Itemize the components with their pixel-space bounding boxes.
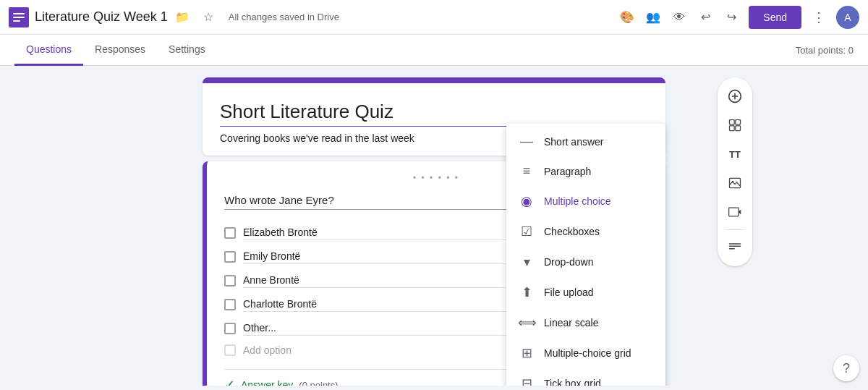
send-button[interactable]: Send [749, 6, 801, 29]
menu-label-file-upload: File upload [544, 287, 594, 298]
option-checkbox-4 [224, 323, 236, 334]
import-icon [728, 118, 742, 132]
title-action-icons: 📁 ☆ [171, 6, 220, 29]
tab-responses[interactable]: Responses [83, 35, 157, 66]
svg-rect-2 [13, 17, 25, 18]
svg-rect-1 [13, 13, 25, 14]
menu-item-paragraph[interactable]: ≡ Paragraph [506, 156, 665, 186]
paragraph-icon: ≡ [518, 164, 535, 179]
add-question-button[interactable] [722, 83, 748, 109]
menu-label-multiple-choice: Multiple choice [544, 195, 611, 207]
menu-item-linear-scale[interactable]: ⟺ Linear scale [506, 308, 665, 338]
add-question-icon [728, 89, 742, 103]
svg-rect-6 [736, 120, 741, 125]
add-video-icon [728, 205, 742, 219]
menu-item-checkboxes[interactable]: ☑ Checkboxes [506, 216, 665, 247]
points-badge: (0 points) [299, 380, 338, 386]
menu-item-multiple-choice[interactable]: ◉ Multiple choice [506, 186, 665, 216]
add-image-icon [728, 176, 742, 190]
topbar-right: 🎨 👥 👁 ↩ ↪ Send ⋮ A [616, 6, 859, 29]
menu-label-checkboxes: Checkboxes [544, 226, 600, 237]
right-sidebar: TT [718, 77, 752, 266]
form-title: Short Literature Quiz [220, 101, 648, 127]
collaborators-icon[interactable]: 👥 [642, 6, 665, 29]
menu-label-paragraph: Paragraph [544, 166, 591, 177]
svg-rect-11 [729, 208, 739, 216]
menu-label-tick-box-grid: Tick box grid [544, 378, 601, 386]
topbar: Literature Quiz Week 1 📁 ☆ All changes s… [0, 0, 868, 35]
multiple-choice-grid-icon: ⊞ [518, 345, 535, 361]
forms-logo-icon [9, 7, 29, 27]
add-section-icon [728, 240, 742, 255]
document-title: Literature Quiz Week 1 [35, 9, 168, 25]
action-icons: 🎨 👥 👁 ↩ ↪ [616, 6, 743, 29]
menu-label-dropdown: Drop-down [544, 256, 593, 268]
checkboxes-icon: ☑ [518, 224, 535, 239]
help-icon: ? [843, 361, 850, 376]
add-title-button[interactable]: TT [722, 141, 748, 167]
menu-item-multiple-choice-grid[interactable]: ⊞ Multiple-choice grid [506, 338, 665, 368]
folder-icon[interactable]: 📁 [171, 6, 194, 29]
palette-icon[interactable]: 🎨 [616, 6, 639, 29]
tab-settings[interactable]: Settings [157, 35, 217, 66]
answer-key-icon: ✓ [224, 377, 235, 386]
add-section-button[interactable] [722, 234, 748, 260]
menu-label-short-answer: Short answer [544, 136, 603, 148]
menu-item-file-upload[interactable]: ⬆ File upload [506, 277, 665, 308]
file-upload-icon: ⬆ [518, 284, 535, 300]
avatar: A [836, 6, 859, 29]
more-options-button[interactable]: ⋮ [807, 6, 830, 29]
option-checkbox-1 [224, 251, 236, 263]
tabs-bar: Questions Responses Settings Total point… [0, 35, 868, 66]
menu-label-multiple-choice-grid: Multiple-choice grid [544, 347, 631, 359]
svg-rect-5 [730, 120, 735, 125]
add-image-button[interactable] [722, 170, 748, 196]
import-questions-button[interactable] [722, 112, 748, 138]
option-checkbox-0 [224, 227, 236, 239]
svg-rect-3 [13, 20, 20, 22]
option-checkbox-3 [224, 299, 236, 310]
dropdown-icon: ▾ [518, 254, 535, 270]
tab-questions[interactable]: Questions [14, 35, 83, 66]
main-content: Short Literature Quiz Covering books we'… [0, 66, 868, 386]
help-button[interactable]: ? [833, 355, 859, 381]
add-option-label[interactable]: Add option [243, 344, 292, 356]
linear-scale-icon: ⟺ [518, 315, 535, 331]
saved-status: All changes saved in Drive [229, 12, 616, 22]
menu-item-short-answer[interactable]: — Short answer [506, 127, 665, 156]
menu-label-linear-scale: Linear scale [544, 317, 599, 328]
add-video-button[interactable] [722, 199, 748, 225]
menu-item-dropdown[interactable]: ▾ Drop-down [506, 247, 665, 277]
add-option-checkbox [224, 344, 236, 356]
short-answer-icon: — [518, 134, 535, 149]
tick-box-grid-icon: ⊟ [518, 376, 535, 386]
redo-icon[interactable]: ↪ [720, 6, 743, 29]
total-points: Total points: 0 [796, 35, 854, 65]
preview-icon[interactable]: 👁 [668, 6, 691, 29]
answer-type-dropdown: — Short answer ≡ Paragraph ◉ Multiple ch… [506, 124, 665, 386]
multiple-choice-icon: ◉ [518, 193, 535, 209]
svg-rect-8 [736, 126, 741, 131]
menu-item-tick-box-grid[interactable]: ⊟ Tick box grid [506, 368, 665, 386]
option-checkbox-2 [224, 275, 236, 287]
undo-icon[interactable]: ↩ [694, 6, 717, 29]
answer-key-link[interactable]: Answer key [241, 379, 293, 386]
svg-rect-7 [730, 126, 735, 131]
sidebar-divider [725, 229, 745, 230]
star-icon[interactable]: ☆ [197, 6, 220, 29]
